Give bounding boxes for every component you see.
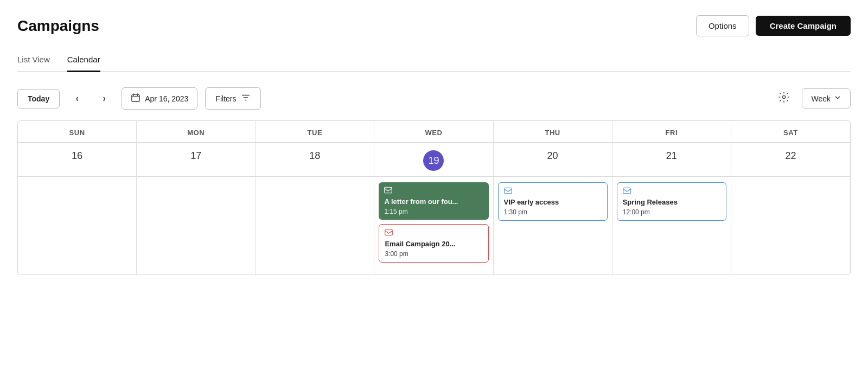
chevron-left-icon: ‹ — [75, 93, 79, 104]
date-display: Apr 16, 2023 — [145, 94, 188, 103]
events-cell-fri: Spring Releases 12:00 pm — [612, 177, 731, 275]
event-title-email-campaign: Email Campaign 20... — [385, 240, 482, 249]
day-header-sat: SAT — [731, 121, 850, 143]
calendar-dates-row: 16 17 18 19 20 21 22 — [18, 143, 850, 177]
calendar-toolbar: Today ‹ › Apr 16, 2023 Filters — [17, 87, 851, 110]
svg-rect-2 — [385, 187, 392, 193]
event-card-spring[interactable]: Spring Releases 12:00 pm — [617, 182, 726, 221]
create-campaign-button[interactable]: Create Campaign — [756, 16, 851, 36]
event-title-spring: Spring Releases — [623, 198, 720, 207]
svg-rect-0 — [132, 95, 139, 102]
gear-icon — [778, 91, 790, 106]
svg-point-1 — [783, 95, 786, 99]
day-header-wed: WED — [374, 121, 493, 143]
tabs-bar: List View Calendar — [17, 49, 851, 72]
tab-calendar[interactable]: Calendar — [67, 49, 100, 72]
event-card-letter[interactable]: A letter from our fou... 1:15 pm — [379, 182, 488, 220]
event-card-vip[interactable]: VIP early access 1:30 pm — [498, 182, 608, 221]
filters-label: Filters — [215, 94, 236, 103]
day-header-tue: TUE — [256, 121, 374, 143]
page-title: Campaigns — [17, 17, 99, 35]
event-time-vip: 1:30 pm — [504, 208, 602, 216]
date-cell-22[interactable]: 22 — [731, 143, 850, 176]
date-cell-16[interactable]: 16 — [18, 143, 137, 176]
events-cell-sun — [18, 177, 137, 275]
event-card-email-campaign[interactable]: Email Campaign 20... 3:00 pm — [379, 224, 488, 263]
chevron-down-icon — [834, 94, 841, 103]
day-header-mon: MON — [137, 121, 256, 143]
date-cell-21[interactable]: 21 — [612, 143, 731, 176]
date-cell-17[interactable]: 17 — [137, 143, 256, 176]
options-button[interactable]: Options — [696, 15, 749, 36]
page-container: Campaigns Options Create Campaign List V… — [0, 0, 868, 290]
event-time-letter: 1:15 pm — [384, 208, 483, 215]
envelope-icon — [384, 187, 392, 195]
next-button[interactable]: › — [94, 89, 114, 109]
date-cell-20[interactable]: 20 — [494, 143, 612, 176]
event-title-vip: VIP early access — [504, 198, 602, 207]
calendar-grid: SUN MON TUE WED THU FRI SAT 16 17 18 19 … — [17, 120, 851, 275]
chevron-right-icon: › — [103, 93, 106, 104]
day-header-sun: SUN — [18, 121, 137, 143]
events-cell-tue — [256, 177, 374, 275]
svg-rect-5 — [623, 188, 630, 194]
calendar-day-headers: SUN MON TUE WED THU FRI SAT — [18, 121, 850, 143]
calendar-events-row: A letter from our fou... 1:15 pm Email C… — [18, 177, 850, 275]
calendar-icon — [131, 93, 141, 104]
event-time-spring: 12:00 pm — [623, 208, 720, 216]
svg-rect-3 — [385, 229, 393, 235]
date-picker-button[interactable]: Apr 16, 2023 — [122, 87, 197, 110]
today-indicator: 19 — [423, 150, 444, 171]
prev-button[interactable]: ‹ — [67, 89, 87, 109]
header-actions: Options Create Campaign — [696, 15, 851, 36]
svg-rect-4 — [504, 188, 512, 194]
filter-icon — [241, 93, 251, 104]
page-header: Campaigns Options Create Campaign — [17, 15, 851, 36]
day-header-fri: FRI — [612, 121, 731, 143]
envelope-icon-red — [385, 229, 393, 238]
date-cell-18[interactable]: 18 — [256, 143, 374, 176]
events-cell-mon — [137, 177, 256, 275]
date-cell-19-today[interactable]: 19 — [374, 143, 493, 176]
envelope-icon-blue — [504, 187, 512, 196]
events-cell-wed: A letter from our fou... 1:15 pm Email C… — [374, 177, 493, 275]
week-selector-button[interactable]: Week — [802, 88, 851, 109]
events-cell-sat — [731, 177, 850, 275]
day-header-thu: THU — [494, 121, 612, 143]
tab-list-view[interactable]: List View — [17, 49, 50, 72]
settings-button[interactable] — [774, 88, 794, 109]
today-button[interactable]: Today — [17, 89, 60, 109]
event-title-letter: A letter from our fou... — [384, 197, 483, 207]
events-cell-thu: VIP early access 1:30 pm — [494, 177, 612, 275]
week-label: Week — [811, 94, 831, 103]
envelope-icon-blue-spring — [623, 187, 631, 196]
filters-button[interactable]: Filters — [205, 87, 260, 110]
event-time-email-campaign: 3:00 pm — [385, 250, 482, 258]
